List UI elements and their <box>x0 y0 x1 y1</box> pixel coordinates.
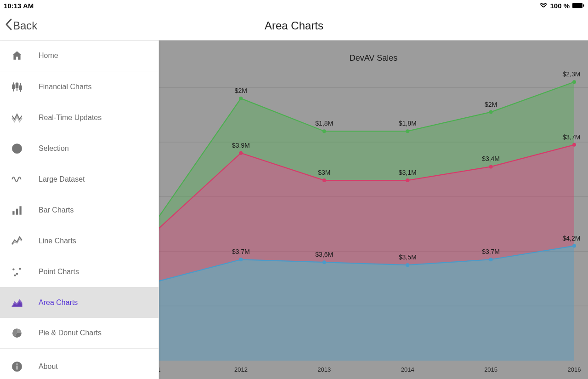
svg-text:2013: 2013 <box>317 366 331 373</box>
svg-point-11 <box>12 268 14 270</box>
sidebar-item-label: Financial Charts <box>39 83 92 91</box>
sidebar-item-point[interactable]: Point Charts <box>0 256 158 287</box>
svg-point-40 <box>572 80 576 84</box>
svg-point-34 <box>572 143 576 147</box>
svg-text:$3,7M: $3,7M <box>563 133 581 141</box>
svg-text:$2,3M: $2,3M <box>563 70 581 78</box>
svg-text:$1,8M: $1,8M <box>315 120 333 127</box>
status-bar: 10:13 AM 100 % <box>0 0 588 11</box>
chart-area[interactable]: DevAV Sales $3,7M$3,6M$3,5M$3,7M$4,2M$3,… <box>159 40 588 379</box>
svg-text:2012: 2012 <box>234 366 248 373</box>
svg-point-27 <box>489 258 493 261</box>
sidebar-item-label: Large Dataset <box>39 175 85 184</box>
svg-text:$3,5M: $3,5M <box>399 253 417 261</box>
svg-text:$4,2M: $4,2M <box>563 235 581 242</box>
battery-icon <box>572 2 584 10</box>
sidebar-item-label: About <box>39 362 58 371</box>
svg-text:$3,7M: $3,7M <box>482 248 500 255</box>
svg-point-13 <box>19 268 21 270</box>
svg-text:$2M: $2M <box>235 87 247 94</box>
scatter-icon <box>11 266 23 278</box>
sidebar-item-home[interactable]: Home <box>0 40 158 71</box>
sidebar-item-label: Selection <box>39 144 69 153</box>
svg-text:$2M: $2M <box>485 101 497 108</box>
sidebar-item-line[interactable]: Line Charts <box>0 225 158 256</box>
sidebar-item-label: Real-Time Updates <box>39 114 102 122</box>
sidebar-item-large[interactable]: Large Dataset <box>0 164 158 195</box>
sidebar-item-financial[interactable]: Financial Charts <box>0 71 158 102</box>
sidebar-item-label: Point Charts <box>39 268 79 276</box>
sidebar-item-bar[interactable]: Bar Charts <box>0 195 158 225</box>
svg-point-36 <box>239 97 243 100</box>
sidebar-item-label: Home <box>39 52 58 60</box>
svg-rect-10 <box>19 206 21 214</box>
svg-point-33 <box>489 165 493 168</box>
bar-icon <box>11 204 23 216</box>
svg-text:$3,4M: $3,4M <box>482 155 500 162</box>
status-battery: 100 % <box>550 2 570 10</box>
svg-point-38 <box>406 129 409 133</box>
svg-point-28 <box>572 244 576 248</box>
svg-text:2015: 2015 <box>484 366 498 373</box>
page-title: Area Charts <box>265 19 323 32</box>
sidebar: Home Financial Charts Real-Time Updates … <box>0 40 159 379</box>
svg-text:$1,8M: $1,8M <box>399 120 417 127</box>
svg-text:$3,6M: $3,6M <box>315 251 333 258</box>
svg-rect-7 <box>19 86 21 89</box>
svg-text:$3M: $3M <box>318 169 330 176</box>
status-right: 100 % <box>540 2 584 10</box>
back-label: Back <box>13 19 37 32</box>
svg-text:2014: 2014 <box>401 366 414 373</box>
svg-text:$3,7M: $3,7M <box>232 248 250 255</box>
sidebar-item-selection[interactable]: Selection <box>0 133 158 164</box>
svg-point-30 <box>239 151 243 155</box>
svg-point-37 <box>322 129 326 133</box>
svg-rect-8 <box>12 211 14 215</box>
svg-point-14 <box>14 274 16 276</box>
wave-icon <box>11 173 23 185</box>
svg-point-39 <box>489 110 493 114</box>
svg-rect-0 <box>572 3 582 8</box>
svg-rect-5 <box>16 83 18 87</box>
svg-text:1: 1 <box>159 366 161 373</box>
sidebar-item-label: Area Charts <box>39 299 78 307</box>
sidebar-item-label: Line Charts <box>39 237 76 245</box>
pie-icon <box>11 143 23 155</box>
sidebar-item-realtime[interactable]: Real-Time Updates <box>0 102 158 133</box>
sidebar-item-about[interactable]: About <box>0 354 158 379</box>
home-icon <box>11 50 23 62</box>
svg-point-17 <box>17 363 18 365</box>
svg-rect-16 <box>17 366 17 370</box>
sidebar-item-label: Bar Charts <box>39 206 74 214</box>
svg-point-26 <box>406 263 409 267</box>
sidebar-item-label: Pie & Donut Charts <box>39 329 102 337</box>
svg-point-25 <box>322 260 326 264</box>
wifi-icon <box>540 2 547 10</box>
svg-text:$3,9M: $3,9M <box>232 142 250 149</box>
svg-point-12 <box>16 273 18 275</box>
svg-point-24 <box>239 258 243 261</box>
svg-point-32 <box>406 178 409 182</box>
svg-point-31 <box>322 178 326 182</box>
nav-header: Back Area Charts <box>0 11 588 40</box>
svg-rect-1 <box>583 4 584 6</box>
realtime-icon <box>11 112 23 124</box>
sidebar-item-pie[interactable]: Pie & Donut Charts <box>0 318 158 349</box>
svg-rect-3 <box>12 85 14 88</box>
sidebar-item-area[interactable]: Area Charts <box>0 287 158 318</box>
info-icon <box>11 361 23 373</box>
area-icon <box>11 297 23 309</box>
area-chart: $3,7M$3,6M$3,5M$3,7M$4,2M$3,9M$3M$3,1M$3… <box>159 40 588 379</box>
candlestick-icon <box>11 81 23 93</box>
svg-rect-9 <box>16 208 18 214</box>
status-time: 10:13 AM <box>4 2 34 10</box>
svg-text:$3,1M: $3,1M <box>399 169 417 176</box>
back-button[interactable]: Back <box>0 18 37 34</box>
donut-icon <box>11 327 23 339</box>
chevron-left-icon <box>5 18 13 34</box>
line-icon <box>11 235 23 247</box>
svg-text:2016: 2016 <box>568 366 581 373</box>
